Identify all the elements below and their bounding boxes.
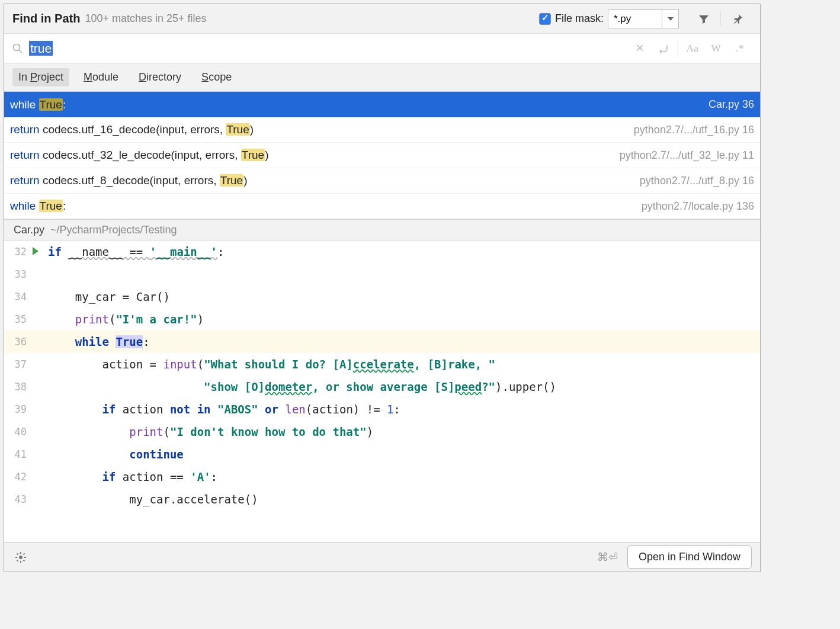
search-row: true ✕ Aa W .*: [4, 34, 760, 63]
match-count: 100+ matches in 25+ files: [85, 12, 206, 25]
tab-in-project[interactable]: In Project: [12, 68, 69, 86]
result-row[interactable]: while True:Car.py 36: [4, 92, 760, 117]
preview-path: ~/PycharmProjects/Testing: [50, 224, 177, 236]
file-mask-checkbox[interactable]: [539, 13, 551, 25]
result-location: Car.py 36: [708, 98, 754, 111]
results-list: while True:Car.py 36return codecs.utf_16…: [4, 92, 760, 219]
clear-icon[interactable]: ✕: [632, 41, 647, 56]
file-mask-input[interactable]: [608, 13, 662, 25]
preview-editor[interactable]: 32if __name__ == '__main__':3334 my_car …: [4, 240, 760, 542]
scope-tabs: In Project Module Directory Scope: [4, 63, 760, 92]
dialog-title: Find in Path: [12, 12, 80, 25]
search-icon: [12, 43, 23, 54]
tab-module[interactable]: Module: [78, 68, 124, 86]
result-row[interactable]: return codecs.utf_16_decode(input, error…: [4, 117, 760, 143]
search-input[interactable]: true: [29, 41, 628, 56]
svg-point-0: [14, 44, 20, 50]
tab-directory[interactable]: Directory: [133, 68, 187, 86]
filter-icon[interactable]: [694, 9, 713, 28]
find-in-path-dialog: Find in Path 100+ matches in 25+ files F…: [4, 4, 761, 572]
result-location: python2.7/.../utf_32_le.py 11: [620, 149, 754, 162]
titlebar: Find in Path 100+ matches in 25+ files F…: [4, 4, 760, 34]
result-location: python2.7/.../utf_8.py 16: [640, 175, 754, 187]
result-location: python2.7/locale.py 136: [642, 200, 754, 213]
preview-header: Car.py ~/PycharmProjects/Testing: [4, 219, 760, 240]
open-in-find-window-button[interactable]: Open in Find Window: [627, 545, 752, 569]
result-row[interactable]: while True:python2.7/locale.py 136: [4, 194, 760, 219]
result-location: python2.7/.../utf_16.py 16: [634, 124, 754, 136]
pin-icon[interactable]: [728, 9, 747, 28]
svg-point-2: [19, 556, 23, 559]
run-gutter-icon[interactable]: [33, 247, 39, 255]
bottom-bar: ⌘⏎ Open in Find Window: [4, 542, 760, 572]
result-row[interactable]: return codecs.utf_32_le_decode(input, er…: [4, 143, 760, 168]
file-mask-dropdown[interactable]: [662, 10, 678, 28]
gear-icon[interactable]: [12, 549, 29, 566]
preview-file: Car.py: [14, 224, 44, 236]
file-mask-label: File mask:: [555, 12, 604, 25]
regex-toggle[interactable]: .*: [732, 41, 748, 56]
match-case-toggle[interactable]: Aa: [685, 41, 700, 56]
file-mask-combo[interactable]: [608, 9, 679, 28]
result-row[interactable]: return codecs.utf_8_decode(input, errors…: [4, 168, 760, 194]
tab-scope[interactable]: Scope: [195, 68, 238, 86]
svg-line-1: [19, 50, 22, 53]
new-line-icon[interactable]: [656, 41, 671, 56]
shortcut-hint: ⌘⏎: [597, 550, 618, 564]
whole-word-toggle[interactable]: W: [708, 41, 724, 56]
